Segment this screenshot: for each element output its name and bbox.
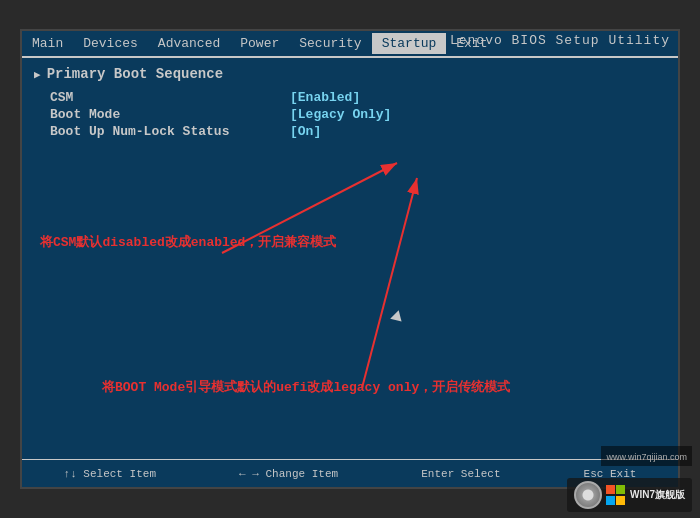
cd-icon xyxy=(574,481,602,509)
setting-row-csm: CSM [Enabled] xyxy=(50,90,666,105)
mouse-cursor xyxy=(390,310,406,326)
setting-name-csm: CSM xyxy=(50,90,290,105)
bios-screen: Main Devices Advanced Power Security Sta… xyxy=(20,29,680,489)
bios-title: Lenovo BIOS Setup Utility xyxy=(450,33,670,48)
annotation-text-bootmode: 将BOOT Mode引导模式默认的uefi改成legacy only，开启传统模… xyxy=(102,378,510,396)
menu-item-main[interactable]: Main xyxy=(22,33,73,54)
svg-line-3 xyxy=(362,178,417,388)
watermark-badge: WIN7旗舰版 xyxy=(630,488,685,502)
setting-value-bootmode[interactable]: [Legacy Only] xyxy=(290,107,391,122)
watermark-area: WIN7旗舰版 xyxy=(567,478,692,512)
menu-item-security[interactable]: Security xyxy=(289,33,371,54)
setting-row-numlock: Boot Up Num-Lock Status [On] xyxy=(50,124,666,139)
photo-wrapper: Main Devices Advanced Power Security Sta… xyxy=(0,0,700,518)
menu-items: Main Devices Advanced Power Security Sta… xyxy=(22,33,498,54)
bottom-key-3: Enter Select xyxy=(421,468,500,480)
setting-value-numlock[interactable]: [On] xyxy=(290,124,321,139)
menu-bar: Main Devices Advanced Power Security Sta… xyxy=(22,31,678,56)
bottom-key-1: ↑↓ Select Item xyxy=(64,468,156,480)
content-area: Primary Boot Sequence CSM [Enabled] Boot… xyxy=(22,58,678,464)
windows-logo-icon xyxy=(606,485,626,505)
menu-item-power[interactable]: Power xyxy=(230,33,289,54)
setting-row-bootmode: Boot Mode [Legacy Only] xyxy=(50,107,666,122)
annotation-text-csm: 将CSM默认disabled改成enabled，开启兼容模式 xyxy=(40,233,336,251)
setting-name-numlock: Boot Up Num-Lock Status xyxy=(50,124,290,139)
settings-table: CSM [Enabled] Boot Mode [Legacy Only] Bo… xyxy=(50,90,666,139)
section-title: Primary Boot Sequence xyxy=(34,66,666,82)
menu-item-advanced[interactable]: Advanced xyxy=(148,33,230,54)
setting-name-bootmode: Boot Mode xyxy=(50,107,290,122)
bottom-key-2: ← → Change Item xyxy=(239,468,338,480)
menu-item-devices[interactable]: Devices xyxy=(73,33,148,54)
watermark-url: www.win7qijian.com xyxy=(606,452,687,462)
watermark-url-area: www.win7qijian.com xyxy=(601,446,692,466)
setting-value-csm[interactable]: [Enabled] xyxy=(290,90,360,105)
menu-item-startup[interactable]: Startup xyxy=(372,33,447,54)
